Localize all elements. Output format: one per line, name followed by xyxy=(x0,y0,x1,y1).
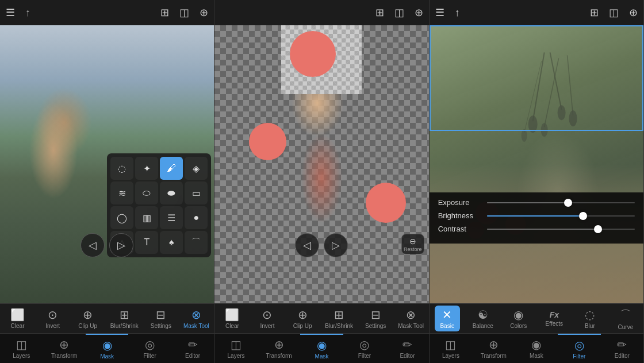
rect-tool-btn[interactable]: ▭ xyxy=(185,181,208,204)
spade-tool-btn[interactable]: ♠ xyxy=(160,231,183,254)
nav-filter-1[interactable]: ◎ Filter xyxy=(128,334,171,363)
brightness-row: Brightness xyxy=(438,211,635,220)
filter-curve-btn[interactable]: ⌒ Curve xyxy=(613,307,638,330)
menu-icon-3[interactable]: ☰ xyxy=(435,6,444,19)
grid-icon-3[interactable]: ⊞ xyxy=(590,6,599,19)
nav-mask-2[interactable]: ◉ Mask xyxy=(300,334,343,363)
nav-filter-3[interactable]: ◎ Filter xyxy=(558,334,600,363)
nav-editor-1[interactable]: ✏ Editor xyxy=(171,334,214,363)
oval-tool-btn[interactable]: ◯ xyxy=(110,206,133,229)
invert-btn-1[interactable]: ⊙ Invert xyxy=(40,308,66,329)
layers-plus-icon-2[interactable]: ⊕ xyxy=(415,6,423,19)
restore-btn[interactable]: ⊖ Restore xyxy=(401,234,424,254)
invert-btn-2[interactable]: ⊙ Invert xyxy=(255,308,280,329)
clear-label-1: Clear xyxy=(11,323,25,329)
text-tool-btn[interactable]: T xyxy=(135,231,158,254)
lasso-tool-btn[interactable]: ◌ xyxy=(110,157,133,180)
clipup-btn-1[interactable]: ⊕ Clip Up xyxy=(75,308,101,329)
rainbow-tool-btn[interactable]: ≋ xyxy=(110,181,133,204)
layers-stack-icon-3[interactable]: ◫ xyxy=(609,6,619,19)
eraser-tool-btn[interactable]: ◈ xyxy=(185,157,208,180)
undo-btn-2[interactable]: ◁ xyxy=(295,233,319,257)
settings-btn-2[interactable]: ⊟ Settings xyxy=(363,308,388,329)
filter-basic-btn[interactable]: ✕ Basic xyxy=(435,306,460,331)
svg-line-5 xyxy=(544,58,558,127)
brightness-slider-track[interactable] xyxy=(487,215,635,217)
layers-stack-icon-2[interactable]: ◫ xyxy=(394,6,404,19)
redo-btn-2[interactable]: ▷ xyxy=(324,233,348,257)
canvas-area-1[interactable]: ◌ ✦ 🖌 ◈ ≋ ⬭ ⬬ ▭ ◯ ▥ ☰ ● △ T ♠ ⌒ ◁ ▷ xyxy=(0,25,214,303)
share-icon-3[interactable]: ↑ xyxy=(455,7,460,19)
masktool-label-2: Mask Tool xyxy=(398,323,424,329)
masktool-btn-2[interactable]: ⊗ Mask Tool xyxy=(398,308,424,329)
redo-btn-1[interactable]: ▷ xyxy=(109,233,133,257)
layers-plus-icon[interactable]: ⊕ xyxy=(200,6,208,19)
contrast-slider-thumb[interactable] xyxy=(594,225,602,233)
layers-stack-icon[interactable]: ◫ xyxy=(179,6,189,19)
blur-btn-1[interactable]: ⊞ Blur/Shrink xyxy=(110,308,139,329)
toolbar-right-3: ⊞ ◫ ⊕ xyxy=(590,6,638,19)
clipup-icon-2: ⊕ xyxy=(298,308,308,322)
nav-layers-1[interactable]: ◫ Layers xyxy=(0,334,43,363)
undo-btn-1[interactable]: ◁ xyxy=(80,233,105,257)
nav-transform-2[interactable]: ⊕ Transform xyxy=(258,334,300,363)
blur-icon-1: ⊞ xyxy=(120,308,129,322)
nav-mask-label-2: Mask xyxy=(315,353,329,360)
blur-btn-2[interactable]: ⊞ Blur/Shrink xyxy=(325,308,353,329)
canvas-area-2[interactable]: ◁ ▷ ⊖ Restore xyxy=(214,25,428,303)
nav-mask-1[interactable]: ◉ Mask xyxy=(86,334,128,363)
exposure-slider-thumb[interactable] xyxy=(564,199,572,207)
top-toolbar-1: ☰ ↑ ⊞ ◫ ⊕ xyxy=(0,0,214,25)
restore-label: Restore xyxy=(404,246,422,252)
clear-btn-2[interactable]: ⬜ Clear xyxy=(220,308,245,329)
filter-blur-btn[interactable]: ◌ Blur xyxy=(577,308,603,329)
canvas-area-3[interactable]: Exposure Brightness Contrast xyxy=(430,25,643,303)
clear-btn-1[interactable]: ⬜ Clear xyxy=(5,308,30,329)
nav-bar-2: ◫ Layers ⊕ Transform ◉ Mask ◎ Filter ✏ E… xyxy=(214,333,428,363)
nav-mask-icon-2: ◉ xyxy=(317,338,327,352)
brightness-slider-thumb[interactable] xyxy=(579,212,587,220)
nav-mask-3[interactable]: ◉ Mask xyxy=(515,334,558,363)
masktool-btn-1[interactable]: ⊗ Mask Tool xyxy=(183,308,209,329)
share-icon[interactable]: ↑ xyxy=(25,7,30,19)
nav-editor-icon-3: ✏ xyxy=(617,338,627,352)
svg-line-6 xyxy=(567,55,573,115)
filter-balance-btn[interactable]: ☯ Balance xyxy=(470,308,496,329)
clipup-label-1: Clip Up xyxy=(78,323,97,329)
panel-2: ⊞ ◫ ⊕ ◁ ▷ ⊖ Restore xyxy=(214,0,429,363)
bottom-toolbar-2: ⬜ Clear ⊙ Invert ⊕ Clip Up ⊞ Blur/Shrink… xyxy=(214,303,428,333)
speech-tool-btn[interactable]: ⬭ xyxy=(135,181,158,204)
filter-colors-btn[interactable]: ◉ Colors xyxy=(506,308,531,329)
panel-1: ☰ ↑ ⊞ ◫ ⊕ ◌ ✦ 🖌 ◈ ≋ ⬭ ⬬ xyxy=(0,0,214,363)
settings-btn-1[interactable]: ⊟ Settings xyxy=(148,308,174,329)
menu-icon[interactable]: ☰ xyxy=(6,6,15,19)
nav-transform-3[interactable]: ⊕ Transform xyxy=(472,334,515,363)
nav-layers-2[interactable]: ◫ Layers xyxy=(214,334,257,363)
nav-filter-2[interactable]: ◎ Filter xyxy=(343,334,386,363)
gradient-tool-btn[interactable]: ▥ xyxy=(135,206,158,229)
nav-editor-3[interactable]: ✏ Editor xyxy=(601,334,643,363)
contrast-slider-track[interactable] xyxy=(487,229,635,230)
svg-line-4 xyxy=(550,52,561,110)
magic-wand-btn[interactable]: ✦ xyxy=(135,157,158,180)
clear-icon-1: ⬜ xyxy=(10,308,25,322)
grid-icon-2[interactable]: ⊞ xyxy=(375,6,384,19)
red-circle-top xyxy=(290,31,336,77)
invert-icon-1: ⊙ xyxy=(48,308,57,322)
arc-tool-btn[interactable]: ⌒ xyxy=(185,231,208,254)
clipup-btn-2[interactable]: ⊕ Clip Up xyxy=(290,308,315,329)
blob-tool-btn[interactable]: ⬬ xyxy=(160,181,183,204)
nav-mask-icon-1: ◉ xyxy=(102,338,112,352)
nav-transform-1[interactable]: ⊕ Transform xyxy=(43,334,85,363)
layers-plus-icon-3[interactable]: ⊕ xyxy=(629,6,638,19)
filter-effects-btn[interactable]: Fx Effects xyxy=(542,310,567,327)
circle3d-tool-btn[interactable]: ● xyxy=(185,206,208,229)
nav-editor-2[interactable]: ✏ Editor xyxy=(386,334,428,363)
exposure-slider-track[interactable] xyxy=(487,202,635,203)
nav-layers-3[interactable]: ◫ Layers xyxy=(430,334,472,363)
grid-icon[interactable]: ⊞ xyxy=(160,6,169,19)
invert-label-2: Invert xyxy=(260,323,274,329)
lines-tool-btn[interactable]: ☰ xyxy=(160,206,183,229)
brush-tool-btn[interactable]: 🖌 xyxy=(160,157,183,180)
exposure-slider-fill xyxy=(487,202,569,203)
